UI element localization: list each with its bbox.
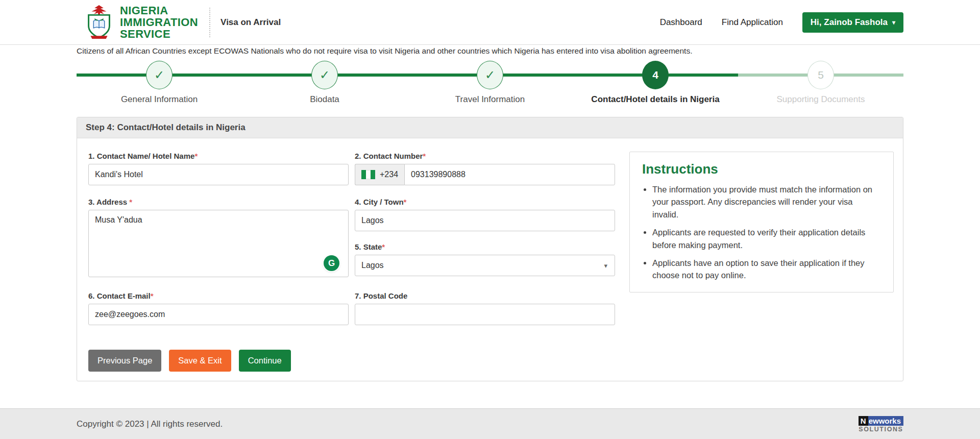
step-2-indicator: ✓ [311,61,338,89]
form-panel: Step 4: Contact/Hotel details in Nigeria… [77,117,903,381]
contact-number-field: 2. Contact Number* +234 [355,152,615,185]
step-4-label: Contact/Hotel details in Nigeria [571,94,740,105]
top-navbar: NIGERIA IMMIGRATION SERVICE Visa on Arri… [0,0,980,45]
step-3-label: Travel Information [406,94,574,105]
postal-code-input[interactable] [355,304,615,325]
org-name: NIGERIA IMMIGRATION SERVICE [120,5,198,40]
step-1-indicator: ✓ [146,61,173,89]
step-5-number: 5 [818,69,824,81]
instruction-item: The information you provide must match t… [652,183,880,221]
state-field: 5. State* Lagos ▾ [355,242,615,276]
required-asterisk: * [194,152,198,160]
contact-number-input[interactable] [404,164,615,185]
step-5-label: Supporting Documents [737,94,905,105]
caret-down-icon: ▾ [892,19,895,26]
city-field: 4. City / Town* [355,198,615,231]
step-4-number: 4 [652,69,658,81]
city-input[interactable] [355,210,615,231]
previous-page-button[interactable]: Previous Page [88,350,161,372]
nigeria-flag-icon [361,170,375,179]
required-asterisk: * [423,152,426,160]
state-select[interactable]: Lagos ▾ [355,255,615,276]
contact-name-input[interactable] [88,164,349,185]
brand-logo-group: NIGERIA IMMIGRATION SERVICE Visa on Arri… [77,4,281,41]
form-actions: Previous Page Save & Exit Continue [88,350,615,372]
contact-name-field: 1. Contact Name/ Hotel Name* [88,152,349,185]
intro-text: Citizens of all African Countries except… [77,45,903,56]
copyright-text: Copyright © 2023 | All rights reserved. [77,419,223,429]
nav-link-find-application[interactable]: Find Application [722,17,783,28]
postal-code-field: 7. Postal Code [355,291,615,325]
top-nav: Dashboard Find Application Hi, Zainob Fa… [660,12,903,33]
city-state-column: 4. City / Town* 5. State* Lagos [355,198,615,291]
email-label: 6. Contact E-mail* [88,291,349,300]
address-textarea[interactable]: Musa Y'adua [88,210,349,277]
required-asterisk: * [382,242,385,251]
step-2-label: Biodata [240,94,409,105]
step-4-indicator: 4 [642,61,669,89]
page-footer: Copyright © 2023 | All rights reserved. … [0,408,980,439]
contact-name-label: 1. Contact Name/ Hotel Name* [88,152,349,160]
step-5-indicator: 5 [807,61,834,89]
state-label: 5. State* [355,242,615,251]
user-menu-label: Hi, Zainob Fashola [811,17,888,28]
progress-stepper: ✓ ✓ ✓ 4 5 General Information Biodata Tr… [77,60,903,113]
email-input[interactable] [88,304,349,325]
contact-details-form: 1. Contact Name/ Hotel Name* 2. Contact … [88,152,615,372]
check-icon: ✓ [485,68,495,82]
instructions-panel: Instructions The information you provide… [629,152,894,292]
instructions-title: Instructions [642,161,880,177]
app-title: Visa on Arrival [220,17,281,28]
city-label: 4. City / Town* [355,198,615,206]
dial-code: +234 [380,170,398,179]
caret-down-icon: ▾ [604,262,607,270]
email-field: 6. Contact E-mail* [88,291,349,325]
required-asterisk: * [129,198,132,206]
section-title: Step 4: Contact/Hotel details in Nigeria [77,117,903,138]
nis-crest-logo [84,4,114,41]
step-3-indicator: ✓ [477,61,503,89]
grammarly-icon[interactable]: G [324,255,339,271]
user-menu-button[interactable]: Hi, Zainob Fashola ▾ [802,12,903,33]
instruction-item: Applicants have an option to save their … [652,257,880,282]
contact-number-label: 2. Contact Number* [355,152,615,160]
required-asterisk: * [404,198,407,206]
continue-button[interactable]: Continue [239,350,291,372]
instructions-list: The information you provide must match t… [642,183,880,282]
step-1-label: General Information [75,94,243,105]
logo-divider [209,8,210,37]
postal-code-label: 7. Postal Code [355,291,615,300]
stepper-track-completed [77,74,738,77]
address-label: 3. Address* [88,198,349,206]
nav-link-dashboard[interactable]: Dashboard [660,17,702,28]
required-asterisk: * [151,291,154,300]
newworks-logo: Newworks SOLUTIONS [859,415,903,433]
dial-code-addon: +234 [355,164,404,185]
address-field: 3. Address* Musa Y'adua G [88,198,349,279]
state-selected-value: Lagos [361,261,384,270]
check-icon: ✓ [320,68,330,82]
save-exit-button[interactable]: Save & Exit [169,350,231,372]
instruction-item: Applicants are requested to verify their… [652,226,880,251]
check-icon: ✓ [154,68,164,82]
